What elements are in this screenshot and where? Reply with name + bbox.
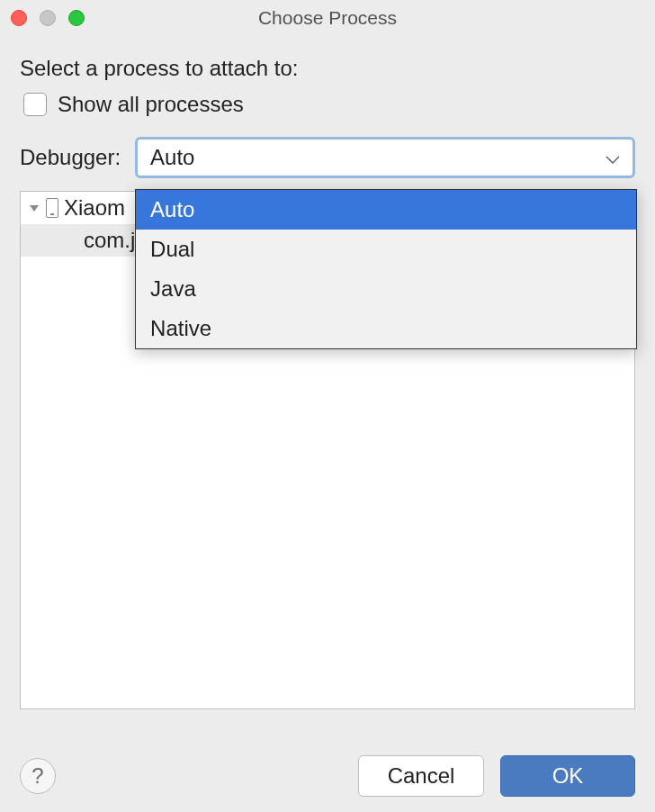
dialog-heading: Select a process to attach to: [20, 56, 635, 81]
debugger-select-wrap: Auto Auto Dual Java Native [135, 137, 635, 178]
debugger-dropdown: Auto Dual Java Native [135, 189, 637, 349]
show-all-processes-label: Show all processes [58, 92, 244, 117]
cancel-button[interactable]: Cancel [358, 755, 484, 797]
traffic-lights [11, 10, 85, 26]
debugger-row: Debugger: Auto Auto Dual Java Native [20, 137, 635, 178]
cancel-button-label: Cancel [388, 763, 455, 789]
debugger-select-value: Auto [150, 145, 194, 170]
debugger-select[interactable]: Auto [135, 137, 635, 178]
close-window-button[interactable] [11, 10, 27, 26]
titlebar: Choose Process [0, 0, 655, 36]
ok-button[interactable]: OK [500, 755, 635, 797]
show-all-processes-checkbox[interactable] [23, 93, 47, 116]
chevron-down-icon [606, 145, 620, 170]
dropdown-option-auto[interactable]: Auto [136, 190, 636, 230]
tree-process-label: com.j [84, 228, 135, 253]
minimize-window-button[interactable] [40, 10, 56, 26]
ok-button-label: OK [552, 763, 584, 789]
window-title: Choose Process [0, 7, 655, 29]
help-button[interactable]: ? [20, 758, 56, 794]
show-all-processes-row[interactable]: Show all processes [23, 92, 635, 117]
debugger-label: Debugger: [20, 145, 121, 170]
tree-device-label: Xiaom [64, 195, 125, 221]
phone-icon [46, 198, 58, 218]
disclosure-triangle-icon[interactable] [28, 202, 40, 214]
dropdown-option-native[interactable]: Native [136, 309, 636, 348]
dropdown-option-dual[interactable]: Dual [136, 230, 636, 269]
dialog-footer: ? Cancel OK [0, 740, 655, 812]
dialog-content: Select a process to attach to: Show all … [0, 36, 655, 709]
dropdown-option-java[interactable]: Java [136, 269, 636, 309]
help-icon: ? [31, 763, 43, 789]
maximize-window-button[interactable] [68, 10, 85, 26]
